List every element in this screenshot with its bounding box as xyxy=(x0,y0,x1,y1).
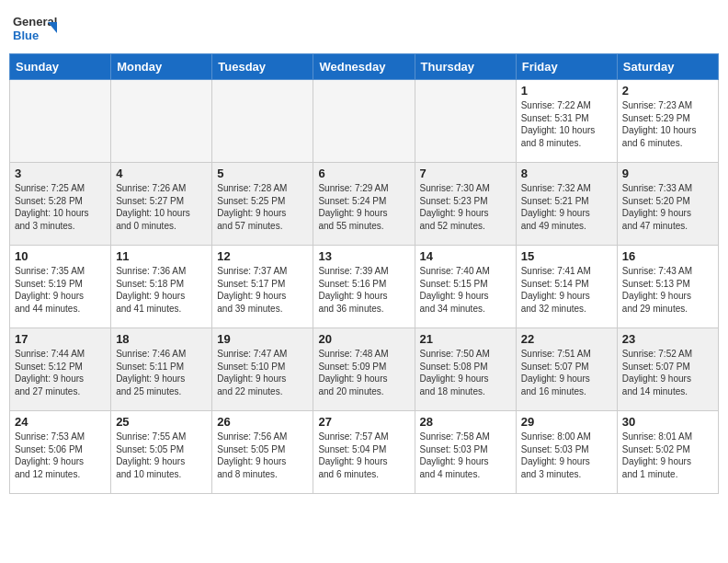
calendar-cell: 5Sunrise: 7:28 AM Sunset: 5:25 PM Daylig… xyxy=(212,163,313,246)
calendar-cell: 26Sunrise: 7:56 AM Sunset: 5:05 PM Dayli… xyxy=(212,411,313,494)
day-info: Sunrise: 7:56 AM Sunset: 5:05 PM Dayligh… xyxy=(217,431,308,480)
day-number: 23 xyxy=(622,332,713,346)
day-number: 13 xyxy=(318,249,409,263)
day-number: 16 xyxy=(622,249,713,263)
day-number: 30 xyxy=(622,415,713,429)
day-info: Sunrise: 8:00 AM Sunset: 5:03 PM Dayligh… xyxy=(521,431,612,480)
weekday-header-thursday: Thursday xyxy=(415,54,516,80)
calendar-week-row: 24Sunrise: 7:53 AM Sunset: 5:06 PM Dayli… xyxy=(10,411,719,494)
day-info: Sunrise: 7:48 AM Sunset: 5:09 PM Dayligh… xyxy=(318,348,409,397)
day-info: Sunrise: 7:55 AM Sunset: 5:05 PM Dayligh… xyxy=(116,431,207,480)
day-number: 14 xyxy=(420,249,511,263)
calendar-cell: 10Sunrise: 7:35 AM Sunset: 5:19 PM Dayli… xyxy=(10,246,111,328)
calendar-cell xyxy=(111,80,212,163)
calendar-cell: 1Sunrise: 7:22 AM Sunset: 5:31 PM Daylig… xyxy=(516,80,617,163)
day-info: Sunrise: 7:39 AM Sunset: 5:16 PM Dayligh… xyxy=(318,265,409,315)
calendar-cell: 20Sunrise: 7:48 AM Sunset: 5:09 PM Dayli… xyxy=(313,328,415,411)
svg-text:Blue: Blue xyxy=(13,29,39,42)
day-number: 15 xyxy=(521,249,612,263)
day-number: 1 xyxy=(521,84,612,98)
day-info: Sunrise: 7:23 AM Sunset: 5:29 PM Dayligh… xyxy=(622,99,713,149)
svg-text:General: General xyxy=(13,15,57,29)
calendar-cell xyxy=(313,80,415,163)
weekday-header-saturday: Saturday xyxy=(617,54,718,80)
day-info: Sunrise: 7:50 AM Sunset: 5:08 PM Dayligh… xyxy=(420,348,511,397)
calendar-cell: 14Sunrise: 7:40 AM Sunset: 5:15 PM Dayli… xyxy=(415,246,516,328)
day-info: Sunrise: 7:53 AM Sunset: 5:06 PM Dayligh… xyxy=(15,431,106,480)
calendar-cell: 22Sunrise: 7:51 AM Sunset: 5:07 PM Dayli… xyxy=(516,328,617,411)
weekday-header-wednesday: Wednesday xyxy=(313,54,415,80)
calendar-cell: 12Sunrise: 7:37 AM Sunset: 5:17 PM Dayli… xyxy=(212,246,313,328)
calendar-cell: 25Sunrise: 7:55 AM Sunset: 5:05 PM Dayli… xyxy=(111,411,212,494)
day-number: 21 xyxy=(420,332,511,346)
day-number: 4 xyxy=(116,167,207,180)
calendar-header-row: SundayMondayTuesdayWednesdayThursdayFrid… xyxy=(10,54,719,80)
calendar-cell xyxy=(212,80,313,163)
calendar-cell: 29Sunrise: 8:00 AM Sunset: 5:03 PM Dayli… xyxy=(516,411,617,494)
day-info: Sunrise: 7:46 AM Sunset: 5:11 PM Dayligh… xyxy=(116,348,207,397)
calendar-table: SundayMondayTuesdayWednesdayThursdayFrid… xyxy=(9,53,719,494)
calendar-cell xyxy=(415,80,516,163)
day-number: 27 xyxy=(318,415,409,429)
logo-svg: GeneralBlue xyxy=(13,9,59,46)
day-number: 29 xyxy=(521,415,612,429)
day-info: Sunrise: 7:51 AM Sunset: 5:07 PM Dayligh… xyxy=(521,348,612,397)
calendar-cell: 2Sunrise: 7:23 AM Sunset: 5:29 PM Daylig… xyxy=(617,80,718,163)
day-number: 25 xyxy=(116,415,207,429)
day-info: Sunrise: 7:37 AM Sunset: 5:17 PM Dayligh… xyxy=(217,265,308,315)
day-info: Sunrise: 7:32 AM Sunset: 5:21 PM Dayligh… xyxy=(521,182,612,232)
day-number: 6 xyxy=(318,167,409,180)
weekday-header-friday: Friday xyxy=(516,54,617,80)
logo: GeneralBlue xyxy=(13,9,59,46)
day-number: 20 xyxy=(318,332,409,346)
day-number: 22 xyxy=(521,332,612,346)
calendar-cell: 6Sunrise: 7:29 AM Sunset: 5:24 PM Daylig… xyxy=(313,163,415,246)
day-info: Sunrise: 7:58 AM Sunset: 5:03 PM Dayligh… xyxy=(420,431,511,480)
calendar-cell: 3Sunrise: 7:25 AM Sunset: 5:28 PM Daylig… xyxy=(10,163,111,246)
day-info: Sunrise: 7:36 AM Sunset: 5:18 PM Dayligh… xyxy=(116,265,207,315)
day-info: Sunrise: 7:43 AM Sunset: 5:13 PM Dayligh… xyxy=(622,265,713,315)
calendar-cell: 11Sunrise: 7:36 AM Sunset: 5:18 PM Dayli… xyxy=(111,246,212,328)
day-info: Sunrise: 7:25 AM Sunset: 5:28 PM Dayligh… xyxy=(15,182,106,232)
day-info: Sunrise: 7:22 AM Sunset: 5:31 PM Dayligh… xyxy=(521,99,612,149)
day-info: Sunrise: 7:47 AM Sunset: 5:10 PM Dayligh… xyxy=(217,348,308,397)
calendar-cell: 4Sunrise: 7:26 AM Sunset: 5:27 PM Daylig… xyxy=(111,163,212,246)
day-info: Sunrise: 7:40 AM Sunset: 5:15 PM Dayligh… xyxy=(420,265,511,315)
weekday-header-sunday: Sunday xyxy=(10,54,111,80)
day-info: Sunrise: 7:57 AM Sunset: 5:04 PM Dayligh… xyxy=(318,431,409,480)
day-number: 28 xyxy=(420,415,511,429)
calendar-cell: 8Sunrise: 7:32 AM Sunset: 5:21 PM Daylig… xyxy=(516,163,617,246)
day-number: 17 xyxy=(15,332,106,346)
day-info: Sunrise: 7:44 AM Sunset: 5:12 PM Dayligh… xyxy=(15,348,106,397)
calendar-cell: 27Sunrise: 7:57 AM Sunset: 5:04 PM Dayli… xyxy=(313,411,415,494)
calendar-cell: 28Sunrise: 7:58 AM Sunset: 5:03 PM Dayli… xyxy=(415,411,516,494)
day-number: 11 xyxy=(116,249,207,263)
header: GeneralBlue xyxy=(9,9,719,46)
day-number: 10 xyxy=(15,249,106,263)
day-number: 18 xyxy=(116,332,207,346)
weekday-header-monday: Monday xyxy=(111,54,212,80)
calendar-cell: 24Sunrise: 7:53 AM Sunset: 5:06 PM Dayli… xyxy=(10,411,111,494)
calendar-cell: 21Sunrise: 7:50 AM Sunset: 5:08 PM Dayli… xyxy=(415,328,516,411)
calendar-cell: 13Sunrise: 7:39 AM Sunset: 5:16 PM Dayli… xyxy=(313,246,415,328)
day-info: Sunrise: 7:33 AM Sunset: 5:20 PM Dayligh… xyxy=(622,182,713,232)
day-info: Sunrise: 7:30 AM Sunset: 5:23 PM Dayligh… xyxy=(420,182,511,232)
day-info: Sunrise: 7:28 AM Sunset: 5:25 PM Dayligh… xyxy=(217,182,308,232)
calendar-cell: 16Sunrise: 7:43 AM Sunset: 5:13 PM Dayli… xyxy=(617,246,718,328)
calendar-cell: 30Sunrise: 8:01 AM Sunset: 5:02 PM Dayli… xyxy=(617,411,718,494)
calendar-week-row: 10Sunrise: 7:35 AM Sunset: 5:19 PM Dayli… xyxy=(10,246,719,328)
calendar-cell: 15Sunrise: 7:41 AM Sunset: 5:14 PM Dayli… xyxy=(516,246,617,328)
day-number: 24 xyxy=(15,415,106,429)
calendar-cell xyxy=(10,80,111,163)
calendar-cell: 9Sunrise: 7:33 AM Sunset: 5:20 PM Daylig… xyxy=(617,163,718,246)
calendar-cell: 7Sunrise: 7:30 AM Sunset: 5:23 PM Daylig… xyxy=(415,163,516,246)
calendar-week-row: 1Sunrise: 7:22 AM Sunset: 5:31 PM Daylig… xyxy=(10,80,719,163)
day-number: 2 xyxy=(622,84,713,98)
day-number: 19 xyxy=(217,332,308,346)
day-info: Sunrise: 7:29 AM Sunset: 5:24 PM Dayligh… xyxy=(318,182,409,232)
day-info: Sunrise: 7:41 AM Sunset: 5:14 PM Dayligh… xyxy=(521,265,612,315)
day-info: Sunrise: 7:52 AM Sunset: 5:07 PM Dayligh… xyxy=(622,348,713,397)
day-number: 3 xyxy=(15,167,106,180)
day-info: Sunrise: 8:01 AM Sunset: 5:02 PM Dayligh… xyxy=(622,431,713,480)
day-info: Sunrise: 7:35 AM Sunset: 5:19 PM Dayligh… xyxy=(15,265,106,315)
